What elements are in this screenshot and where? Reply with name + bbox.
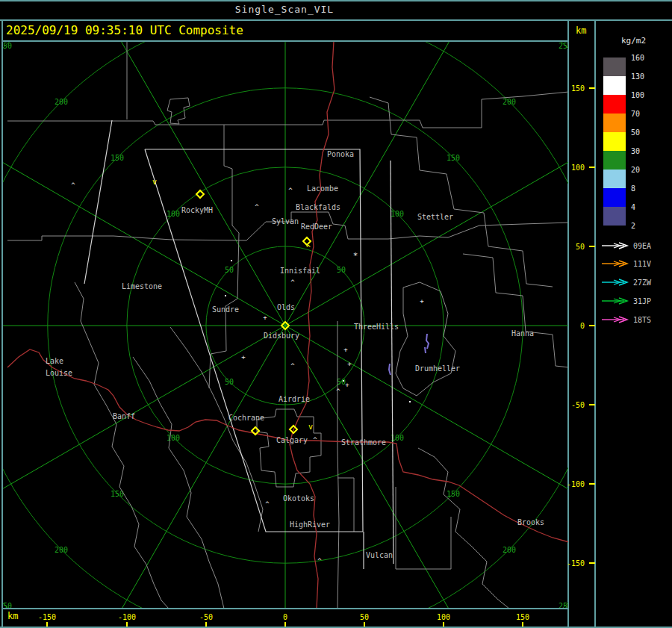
legend-color-block (603, 188, 626, 207)
ring-distance-label: 150 (111, 154, 124, 162)
radar-viewer-window: Single_Scan_VIL 2025/09/19 09:35:10 UTC … (0, 0, 672, 628)
city-label: ThreeHills (354, 323, 399, 331)
county-boundary (167, 98, 190, 124)
legend-value-label: 130 (631, 72, 644, 81)
right-axis-label: -150 (567, 559, 585, 568)
legend-value-label: 160 (631, 54, 644, 62)
city-label: Olds (277, 303, 295, 311)
city-label: Sundre (212, 305, 239, 314)
ring-distance-label: 250 (0, 42, 12, 50)
ring-distance-label: 200 (503, 546, 516, 554)
town-marker-caret: ^ (313, 436, 317, 444)
town-marker-dot (343, 380, 344, 382)
county-boundary (75, 282, 169, 609)
city-label: Stettler (417, 213, 453, 221)
city-label: Didsbury (264, 332, 299, 340)
city-label: RedDeer (301, 223, 332, 231)
town-marker-plus: + (420, 297, 424, 305)
town-marker-dot (409, 401, 411, 402)
town-marker-plus: + (343, 346, 348, 353)
county-boundary (337, 321, 339, 609)
city-label: Banff (113, 412, 135, 420)
county-boundary (396, 487, 451, 569)
county-boundary (396, 282, 455, 396)
ring-distance-label: 250 (0, 602, 12, 610)
scan-area-outline (391, 161, 393, 564)
town-marker-asterisk: * (353, 251, 358, 261)
town-marker-dot (231, 260, 232, 261)
legend-value-label: 30 (631, 147, 640, 155)
legend-value-label: 2 (631, 222, 635, 230)
legend-value-label: 20 (631, 166, 640, 174)
ring-distance-label: 50 (337, 266, 346, 274)
radar-id-label: 111V (633, 260, 651, 268)
bottom-axis-label: -150 (38, 613, 56, 621)
legend-color-block (603, 132, 626, 151)
ring-distance-label: 100 (167, 210, 180, 218)
town-marker-caret: ^ (290, 279, 295, 286)
town-marker-caret: ^ (290, 362, 295, 370)
legend-value-label: 4 (631, 203, 635, 211)
town-marker-caret: ^ (265, 500, 270, 508)
city-label: Vulcan (366, 551, 393, 559)
range-spoke (285, 326, 638, 529)
city-label: Sylvan (272, 217, 299, 226)
legend-value-label: 70 (631, 110, 640, 118)
ring-distance-label: 100 (391, 210, 404, 218)
city-label: Cochrane (228, 414, 264, 422)
city-label: RockyMH (181, 206, 213, 214)
ring-distance-label: 50 (225, 378, 234, 386)
city-label: Limestone (122, 282, 162, 290)
right-axis-label: -100 (567, 480, 585, 488)
range-spoke (0, 122, 285, 326)
radar-id-label: 27ZW (633, 279, 652, 287)
ring-distance-label: 200 (55, 546, 68, 554)
ring-distance-label: 150 (447, 154, 460, 162)
bottom-axis-label: 50 (360, 613, 369, 621)
radar-id-label: 31JP (633, 297, 651, 305)
radar-site-diamond (196, 190, 204, 198)
legend-value-label: 100 (631, 91, 644, 99)
map-area: 5050505010010010010015015015015020020020… (0, 0, 672, 628)
town-marker-caret: ^ (336, 388, 340, 395)
town-marker-dot (225, 295, 226, 296)
right-axis-label: -50 (571, 401, 585, 409)
legend-color-block (603, 114, 626, 132)
bottom-axis-label: -50 (199, 613, 213, 621)
ring-distance-label: 200 (503, 98, 516, 106)
city-label: Calgary (276, 436, 308, 444)
right-axis-label: 0 (580, 322, 585, 330)
town-marker-plus: + (347, 360, 352, 367)
bottom-axis-label: 0 (283, 613, 287, 621)
town-marker-caret: ^ (288, 187, 293, 194)
scan-area-outline (84, 120, 112, 284)
radar-id-label: 18TS (633, 316, 651, 324)
radar-map-canvas: 5050505010010010010015015015015020020020… (0, 0, 672, 628)
legend-value-label: 8 (631, 184, 635, 193)
legend-color-block (603, 170, 626, 188)
city-label: Airdrie (279, 395, 310, 403)
legend-color-block (603, 95, 626, 114)
county-boundary (7, 92, 569, 128)
city-label: Hanna (511, 329, 534, 338)
town-marker-plus: + (241, 353, 246, 361)
bottom-axis-label: 100 (437, 613, 450, 621)
city-label: Strathmore (341, 438, 386, 447)
city-label: Lake (46, 357, 63, 365)
county-boundary (209, 125, 239, 388)
city-label: Blackfalds (296, 203, 340, 211)
ring-distance-label: 250 (559, 42, 572, 50)
county-boundary (337, 478, 354, 532)
county-boundary (133, 357, 224, 609)
radar-id-label: 09EA (633, 242, 651, 250)
bottom-axis-label: 150 (516, 613, 529, 621)
town-marker-plus: + (345, 381, 349, 388)
right-axis-label: 100 (571, 164, 585, 172)
city-label: Louise (46, 369, 72, 377)
storm-caret: v (308, 423, 313, 431)
city-label: Brooks (517, 518, 544, 526)
storm-caret: v (152, 178, 157, 186)
legend-color-block (603, 151, 626, 170)
town-marker-caret: ^ (317, 557, 322, 565)
county-boundary (418, 448, 509, 609)
